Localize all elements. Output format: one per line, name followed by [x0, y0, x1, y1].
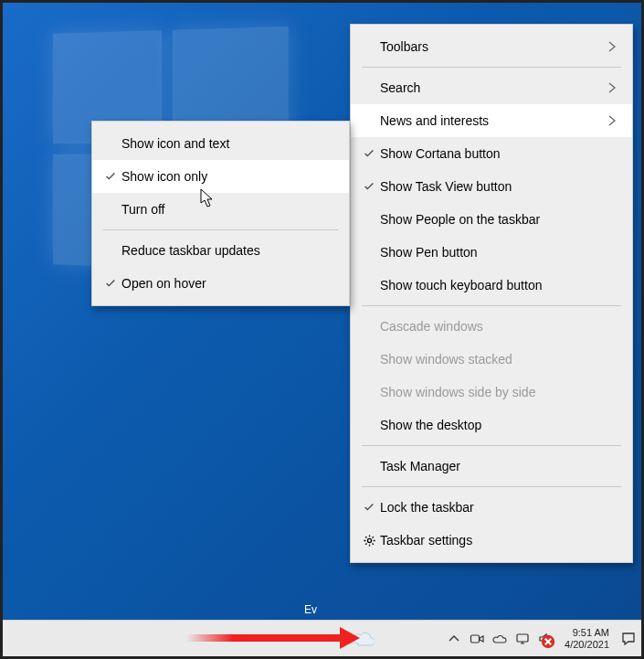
news-interests-submenu: Show icon and text Show icon only Turn o…: [91, 121, 350, 306]
menu-label: Lock the taskbar: [380, 500, 619, 515]
onedrive-icon[interactable]: [492, 632, 507, 646]
system-tray: 9:51 AM 4/20/2021: [447, 621, 636, 656]
svg-rect-2: [517, 634, 528, 642]
menu-stacked: Show windows stacked: [351, 343, 632, 376]
menu-separator: [362, 486, 621, 487]
menu-task-manager[interactable]: Task Manager: [351, 450, 632, 483]
chevron-right-icon: [605, 39, 619, 54]
chevron-right-icon: [605, 113, 619, 128]
menu-label: Taskbar settings: [380, 533, 619, 547]
menu-label: Open on hover: [121, 276, 336, 291]
menu-label: Show People on the taskbar: [380, 212, 619, 227]
network-icon[interactable]: [515, 632, 530, 646]
cursor-icon: [200, 188, 215, 208]
menu-news-interests[interactable]: News and interests: [351, 104, 632, 137]
clock-time: 9:51 AM: [573, 627, 609, 639]
menu-separator: [362, 445, 621, 446]
menu-label: News and interests: [380, 113, 605, 128]
check-icon: [100, 170, 121, 183]
menu-label: Show Task View button: [380, 179, 619, 194]
menu-people[interactable]: Show People on the taskbar: [351, 203, 632, 236]
tray-chevron-icon[interactable]: [447, 632, 461, 646]
meet-now-icon[interactable]: [470, 632, 484, 646]
menu-label: Show windows stacked: [380, 352, 619, 367]
annotation-arrow: [186, 632, 360, 644]
check-icon: [358, 501, 380, 514]
menu-pen[interactable]: Show Pen button: [351, 236, 632, 269]
check-icon: [358, 147, 380, 160]
menu-label: Show the desktop: [380, 418, 619, 432]
svg-point-0: [367, 538, 371, 542]
submenu-reduce-updates[interactable]: Reduce taskbar updates: [92, 234, 349, 267]
menu-label: Task Manager: [380, 459, 619, 473]
check-icon: [358, 180, 380, 193]
menu-label: Show windows side by side: [380, 385, 619, 399]
submenu-icon-only[interactable]: Show icon only: [92, 160, 349, 193]
menu-label: Show Pen button: [380, 245, 619, 260]
check-icon: [100, 277, 121, 290]
clock-date: 4/20/2021: [565, 639, 609, 651]
taskbar-clock[interactable]: 9:51 AM 4/20/2021: [561, 627, 613, 651]
menu-taskbar-settings[interactable]: Taskbar settings: [351, 524, 632, 557]
menu-label: Show touch keyboard button: [380, 278, 619, 292]
menu-search[interactable]: Search: [351, 71, 632, 104]
menu-separator: [362, 305, 621, 306]
chevron-right-icon: [605, 80, 619, 95]
menu-separator: [362, 67, 621, 68]
menu-label: Reduce taskbar updates: [121, 243, 336, 258]
submenu-turn-off[interactable]: Turn off: [92, 193, 349, 226]
submenu-open-on-hover[interactable]: Open on hover: [92, 267, 349, 300]
submenu-icon-text[interactable]: Show icon and text: [92, 127, 349, 160]
menu-toolbars[interactable]: Toolbars: [351, 30, 632, 63]
menu-label: Show icon only: [121, 169, 336, 184]
menu-label: Toolbars: [380, 39, 605, 54]
menu-cascade: Cascade windows: [351, 310, 632, 343]
menu-label: Show Cortana button: [380, 146, 619, 161]
menu-lock-taskbar[interactable]: Lock the taskbar: [351, 491, 632, 524]
svg-rect-1: [471, 635, 480, 643]
menu-label: Search: [380, 80, 605, 95]
menu-label: Turn off: [121, 202, 336, 217]
menu-taskview[interactable]: Show Task View button: [351, 170, 632, 203]
action-center-icon[interactable]: [621, 632, 636, 646]
menu-label: Show icon and text: [121, 136, 336, 151]
menu-separator: [103, 229, 338, 230]
volume-icon[interactable]: [538, 632, 553, 646]
taskbar-context-menu: Toolbars Search News and interests Show …: [350, 24, 633, 563]
menu-label: Cascade windows: [380, 319, 619, 334]
menu-cortana[interactable]: Show Cortana button: [351, 137, 632, 170]
gear-icon: [358, 534, 380, 547]
menu-show-desktop[interactable]: Show the desktop: [351, 409, 632, 441]
menu-sidebyside: Show windows side by side: [351, 376, 632, 409]
menu-touch-keyboard[interactable]: Show touch keyboard button: [351, 269, 632, 302]
watermark-text: Ev: [304, 603, 317, 616]
